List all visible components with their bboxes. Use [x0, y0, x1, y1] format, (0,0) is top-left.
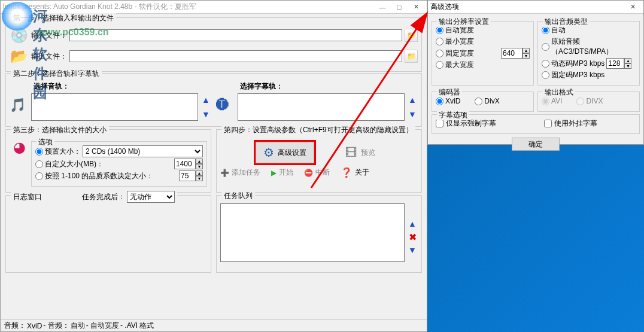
- divx-fmt-label: DIVX: [586, 97, 603, 105]
- start-label: 开始: [279, 167, 293, 178]
- audio-track-label: 选择音轨：: [34, 81, 69, 92]
- status-video-value: XviD: [27, 322, 42, 330]
- audio-vbr-radio[interactable]: [542, 60, 549, 68]
- maximize-button[interactable]: □: [391, 1, 408, 13]
- subtitle-track-list[interactable]: [238, 93, 405, 121]
- avi-label: AVI: [551, 97, 562, 105]
- log-group: 日志窗口 任务完成后： 无动作: [5, 195, 211, 273]
- quality-radio[interactable]: [35, 172, 43, 180]
- queue-up-button[interactable]: ▲: [407, 218, 418, 229]
- fixed-width-label: 固定宽度: [445, 48, 474, 59]
- step2-group: 第二步：选择音轨和字幕轨 选择音轨： 🎵 ▲ ▼ 选择字幕轨：: [5, 73, 422, 127]
- preset-size-radio[interactable]: [35, 148, 43, 156]
- ok-button[interactable]: 确定: [512, 138, 560, 151]
- audio-orig-radio[interactable]: [542, 43, 549, 51]
- advanced-window: 高级选项 ✕ 输出分辨率设置 自动宽度 最小宽度 固定宽度 ▲▼ 最大宽度 输出…: [427, 0, 644, 145]
- status-format: - .AVI 格式: [120, 321, 154, 331]
- xvid-label: XviD: [445, 97, 460, 105]
- audio-cbr-label: 固定码MP3 kbps: [551, 70, 604, 80]
- queue-list[interactable]: [220, 203, 405, 262]
- min-width-radio[interactable]: [436, 38, 443, 45]
- stop-button[interactable]: ⛔中断: [304, 167, 330, 178]
- main-titlebar: len0x presents: Auto Gordian Knot 2.48b …: [1, 1, 427, 14]
- after-task-label: 任务完成后：: [82, 193, 125, 201]
- subtitle-options-legend: 字幕选项: [437, 110, 469, 120]
- stop-icon: ⛔: [304, 169, 313, 177]
- audio-output-legend: 输出音频类型: [543, 17, 590, 27]
- preset-size-label: 预置大小：: [45, 147, 81, 157]
- xvid-radio[interactable]: [436, 98, 443, 105]
- force-subs-checkbox[interactable]: [436, 120, 443, 127]
- queue-group: 任务队列 ▲ ✖ ▼: [216, 195, 422, 273]
- output-format-group: 输出格式 AVI DIVX: [537, 92, 640, 112]
- encoder-group: 编码器 XviD DivX: [432, 92, 534, 112]
- subtitle-down-button[interactable]: ▼: [407, 109, 418, 120]
- input-file-field[interactable]: [69, 29, 402, 41]
- add-icon: ➕: [220, 169, 229, 177]
- input-file-label: 输入文件：: [31, 31, 67, 41]
- divx-radio[interactable]: [475, 98, 482, 105]
- subtitle-options-group: 字幕选项 仅显示强制字幕 使用外挂字幕: [432, 114, 640, 134]
- help-icon: ❓: [341, 167, 353, 178]
- audio-track-list[interactable]: [31, 93, 198, 121]
- about-label: 关于: [355, 167, 369, 178]
- ok-label: 确定: [528, 139, 543, 150]
- step4-group: 第四步：设置高级参数（Ctrl+F9可打开更高级的隐藏设置） ⚙ 高级设置 🎞 …: [216, 129, 422, 193]
- audio-orig-label: 原始音频（AC3/DTS/MPA）: [551, 36, 636, 57]
- ext-subs-label: 使用外挂字幕: [554, 118, 597, 129]
- browse-output-button[interactable]: 📁: [405, 50, 418, 63]
- divx-label: DivX: [484, 97, 499, 105]
- step3-legend: 第三步：选择输出文件的大小: [11, 125, 109, 135]
- preview-label: 预览: [361, 148, 375, 158]
- bitrate-spinner[interactable]: ▲▼: [606, 58, 631, 69]
- adv-titlebar: 高级选项 ✕: [428, 1, 643, 14]
- close-button[interactable]: ✕: [408, 1, 424, 13]
- advanced-settings-button[interactable]: ⚙ 高级设置: [256, 142, 314, 163]
- minimize-button[interactable]: —: [374, 1, 391, 13]
- status-audio-label: - 音频：: [43, 321, 69, 331]
- auto-width-radio[interactable]: [436, 26, 443, 34]
- log-legend: 日志窗口 任务完成后： 无动作: [11, 191, 177, 203]
- browse-input-button[interactable]: 📁: [405, 29, 418, 42]
- output-file-label: 输出文件：: [31, 51, 67, 62]
- preview-button[interactable]: 🎞 预览: [338, 142, 382, 163]
- main-title: len0x presents: Auto Gordian Knot 2.48b …: [3, 2, 374, 12]
- width-spinner[interactable]: ▲▼: [501, 48, 530, 59]
- main-window: len0x presents: Auto Gordian Knot 2.48b …: [0, 0, 427, 332]
- audio-cbr-radio[interactable]: [542, 71, 549, 79]
- audio-up-button[interactable]: ▲: [201, 95, 211, 105]
- queue-delete-button[interactable]: ✖: [407, 232, 418, 242]
- status-width: - 自动宽度: [86, 321, 119, 331]
- adv-close-button[interactable]: ✕: [624, 1, 641, 13]
- add-task-button[interactable]: ➕添加任务: [220, 167, 260, 178]
- pie-icon: ◕: [10, 138, 29, 157]
- output-file-field[interactable]: [69, 50, 402, 62]
- custom-size-radio[interactable]: [35, 160, 43, 168]
- play-icon: ▶: [271, 169, 277, 177]
- audio-vbr-label: 动态码MP3 kbps: [551, 59, 604, 69]
- about-button[interactable]: ❓关于: [341, 167, 369, 178]
- custom-size-label: 自定义大小(MB)：: [45, 159, 104, 169]
- custom-size-spinner[interactable]: ▲▼: [174, 159, 203, 169]
- subtitle-track-label: 选择字幕轨：: [240, 81, 283, 92]
- status-bar: 音频： XviD - 音频： 自动 - 自动宽度 - .AVI 格式: [1, 319, 427, 331]
- start-button[interactable]: ▶开始: [271, 167, 293, 178]
- audio-down-button[interactable]: ▼: [201, 109, 211, 120]
- max-width-radio[interactable]: [436, 61, 443, 69]
- audio-auto-radio[interactable]: [542, 26, 549, 34]
- step4-legend: 第四步：设置高级参数（Ctrl+F9可打开更高级的隐藏设置）: [221, 125, 415, 135]
- step1-legend: 第一步：选择输入和输出的文件: [11, 13, 116, 23]
- output-format-legend: 输出格式: [543, 87, 575, 98]
- preset-size-select[interactable]: 2 CDs (1400 Mb): [83, 145, 203, 157]
- subtitle-up-button[interactable]: ▲: [407, 95, 418, 105]
- fixed-width-radio[interactable]: [436, 50, 443, 57]
- adv-title: 高级选项: [430, 2, 624, 12]
- dvd-icon: 💿: [10, 26, 29, 45]
- quality-label: 按照 1-100 的品质系数决定大小：: [45, 171, 153, 181]
- min-width-label: 最小宽度: [445, 36, 474, 47]
- encoder-legend: 编码器: [437, 87, 462, 98]
- quality-spinner[interactable]: ▲▼: [179, 170, 203, 181]
- after-task-select[interactable]: 无动作: [127, 191, 175, 203]
- ext-subs-checkbox[interactable]: [544, 120, 552, 127]
- queue-down-button[interactable]: ▼: [407, 245, 418, 255]
